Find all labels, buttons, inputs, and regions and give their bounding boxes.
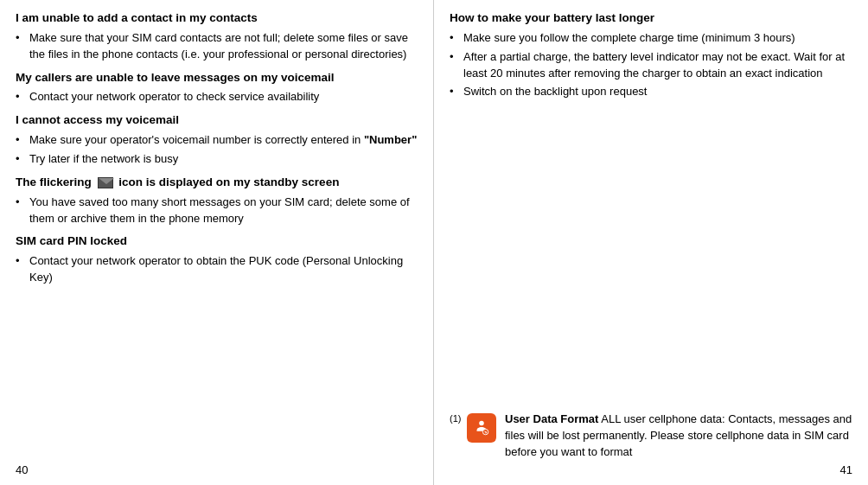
bullet-dot: • [16,195,26,211]
warning-data-format-icon [467,413,496,443]
bullet-dot: • [16,89,26,105]
callers-bullet-1: • Contact your network operator to check… [16,89,418,105]
bullet-dot: • [16,253,26,270]
voicemail-bullet-1-text: Make sure your operator's voicemail numb… [29,132,418,149]
flickering-heading: The flickering icon is displayed on my s… [16,175,418,191]
sim-bullet-1: • Contact your network operator to obtai… [16,253,418,286]
battery-bullet-2: • After a partial charge, the battery le… [450,49,852,82]
sim-heading: SIM card PIN locked [16,233,418,250]
number-bold: "Number" [364,133,417,146]
voicemail-bullet-2: • Try later if the network is busy [16,151,418,168]
sim-bullet-1-text: Contact your network operator to obtain … [29,253,418,286]
contacts-bullet-1: • Make sure that your SIM card contacts … [16,30,418,63]
battery-bullet-1: • Make sure you follow the complete char… [450,30,852,47]
section-voicemail: I cannot access my voicemail • Make sure… [16,112,418,168]
battery-bullet-1-text: Make sure you follow the complete charge… [463,30,852,47]
flickering-bullet-1: • You have saved too many short messages… [16,195,418,227]
warning-superscript: (1) [450,413,462,424]
flickering-heading-before: The flickering [16,175,95,188]
flickering-heading-after: icon is displayed on my standby screen [118,175,339,188]
voicemail-bullet-1: • Make sure your operator's voicemail nu… [16,132,418,149]
page-number-right: 41 [840,463,852,476]
warning-box: (1) User Data Format ALL user cellphone … [450,412,852,461]
warning-title: User Data Format [505,412,598,425]
voicemail-heading: I cannot access my voicemail [16,112,418,129]
section-callers: My callers are unable to leave messages … [16,70,418,106]
right-page: How to make your battery last longer • M… [434,0,868,485]
contacts-bullet-1-text: Make sure that your SIM card contacts ar… [29,30,418,63]
bullet-dot: • [16,30,26,47]
section-battery: How to make your battery last longer • M… [450,10,852,100]
section-sim: SIM card PIN locked • Contact your netwo… [16,233,418,286]
battery-bullet-3: • Switch on the backlight upon request [450,84,852,100]
bullet-dot: • [16,132,26,149]
bullet-dot: • [450,84,460,100]
section-flickering: The flickering icon is displayed on my s… [16,175,418,227]
bullet-dot: • [16,151,26,168]
page-number-left: 40 [16,463,28,476]
warning-text: User Data Format ALL user cellphone data… [505,412,852,461]
contacts-heading: I am unable to add a contact in my conta… [16,10,418,27]
battery-bullet-3-text: Switch on the backlight upon request [463,84,852,100]
flickering-bullet-1-text: You have saved too many short messages o… [29,195,418,227]
voicemail-bullet-2-text: Try later if the network is busy [29,151,418,168]
bullet-dot: • [450,49,460,66]
battery-heading: How to make your battery last longer [450,10,852,27]
envelope-icon [98,177,113,188]
left-page: I am unable to add a contact in my conta… [0,0,434,485]
callers-bullet-1-text: Contact your network operator to check s… [29,89,418,105]
battery-bullet-2-text: After a partial charge, the battery leve… [463,49,852,82]
bullet-dot: • [450,30,460,47]
page-container: I am unable to add a contact in my conta… [0,0,868,485]
svg-point-0 [479,421,484,426]
warning-svg [472,418,491,437]
callers-heading: My callers are unable to leave messages … [16,70,418,86]
section-contacts: I am unable to add a contact in my conta… [16,10,418,63]
